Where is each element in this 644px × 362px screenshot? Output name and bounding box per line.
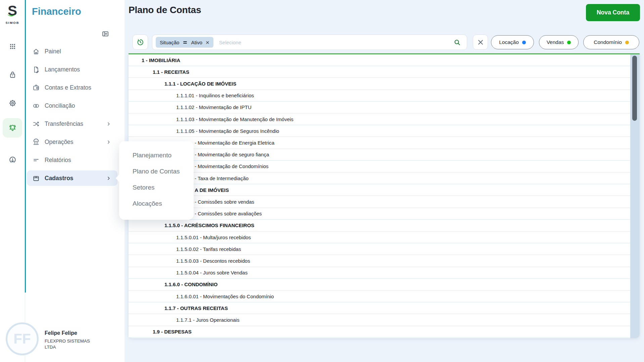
sidebar-item-transferencias[interactable]: Transferências [27, 116, 117, 132]
lock-icon[interactable] [4, 66, 20, 83]
sidebar-item-painel[interactable]: Painel [27, 44, 117, 59]
painel-icon [32, 48, 40, 55]
equals-operator-icon [183, 40, 188, 45]
table-row[interactable]: 1.1.1.03 - Movimentação de Manutenção de… [129, 113, 630, 125]
table-row[interactable]: 1.1 - RECEITAS [129, 66, 630, 78]
filter-chip-remove-icon[interactable]: × [206, 39, 209, 46]
conciliacao-icon [32, 102, 40, 110]
close-icon [477, 38, 485, 46]
account-row-text: 1.1.6.0 - CONDOMÍNIO [129, 281, 217, 287]
filter-pill-condominio[interactable]: Condomínio [583, 35, 639, 49]
settings-gear-icon[interactable] [4, 95, 20, 111]
sidebar-item-cadastros[interactable]: Cadastros [27, 170, 117, 186]
table-row[interactable]: 1.1.6.0 - CONDOMÍNIO [129, 279, 630, 291]
status-dot [567, 41, 571, 44]
account-row-text: 1.1.5.0 - ACRÉSCIMOS FINANCEIROS [129, 222, 254, 228]
table-row[interactable]: 1.1.5.0.04 - Juros sobre Vendas [129, 267, 630, 279]
search-icon[interactable] [453, 38, 461, 47]
status-dot [522, 41, 526, 44]
icon-rail: S SIMOB [0, 0, 25, 362]
table-row[interactable]: - Comissões sobre avaliações [129, 208, 630, 220]
avatar[interactable]: FF [6, 322, 39, 355]
notifications-bell-icon[interactable] [3, 118, 22, 138]
simob-logo-icon: S [5, 3, 20, 20]
app-title: Financeiro [32, 6, 81, 17]
table-row[interactable]: - Movimentação de Energia Eletrica [129, 137, 630, 149]
account-row-text: 1.1.7 - OUTRAS RECEITAS [129, 305, 228, 311]
sidebar-accent-line [25, 0, 26, 293]
filter-pill-locacao[interactable]: Locação [491, 35, 534, 49]
account-row-text: 1.1.1.03 - Movimentação de Manutenção de… [129, 116, 293, 122]
svg-text:S: S [8, 3, 17, 18]
simob-logo: S SIMOB [0, 3, 25, 24]
sidebar-item-label: Painel [45, 48, 61, 55]
sidebar-collapse-button[interactable] [100, 28, 111, 40]
table-row[interactable]: 1.1.5.0 - ACRÉSCIMOS FINANCEIROS [129, 220, 630, 231]
table-row[interactable]: - Movimentação de seguro fiança [129, 149, 630, 161]
account-row-text: 1.1.5.0.01 - Multa/juros recebidos [129, 235, 251, 240]
flyout-item-plano-de-contas[interactable]: Plano de Contas [119, 163, 194, 179]
table-row[interactable]: 1.1.1.02 - Movimentação de IPTU [129, 102, 630, 113]
transferencias-icon [32, 120, 40, 128]
sidebar-item-label: Contas e Extratos [45, 84, 91, 91]
table-row[interactable]: 1 - IMOBILIÁRIA [129, 54, 630, 66]
lancamentos-icon [32, 66, 40, 73]
page-title: Plano de Contas [129, 5, 201, 15]
sidebar-item-relatorios[interactable]: Relatórios [27, 152, 117, 168]
table-row[interactable]: 1.9 - DESPESAS [129, 326, 630, 338]
account-row-text: 1.1.5.0.03 - Descontos recebidos [129, 258, 250, 264]
apps-grid-icon[interactable] [4, 38, 20, 54]
history-reset-button[interactable] [133, 35, 148, 50]
sidebar-item-label: Relatórios [45, 157, 71, 164]
pill-label: Vendas [547, 39, 564, 45]
clear-filters-button[interactable] [473, 35, 488, 50]
sidebar-item-operacoes[interactable]: Operações [27, 134, 117, 150]
table-row[interactable]: 1.1.5.0.02 - Tarifas recebidas [129, 243, 630, 255]
sidebar-item-label: Cadastros [45, 175, 73, 182]
relatorios-icon [32, 156, 40, 164]
table-row[interactable]: A DE IMÓVEIS [129, 184, 630, 196]
table-row[interactable]: 1.1.1.01 - Inquilinos e beneficiários [129, 90, 630, 102]
download-icon[interactable] [4, 152, 20, 168]
sidebar-item-conciliacao[interactable]: Conciliação [27, 98, 117, 113]
sidebar-item-label: Conciliação [45, 102, 75, 109]
user-company: FLEXPRO SISTEMAS LTDA [45, 338, 95, 350]
flyout-item-planejamento[interactable]: Planejamento [119, 147, 194, 163]
operacoes-icon [32, 138, 40, 146]
chevron-right-icon [106, 121, 111, 127]
table-row[interactable]: 1.1.5.0.03 - Descontos recebidos [129, 255, 630, 267]
account-row-text: 1.1.5.0.04 - Juros sobre Vendas [129, 270, 248, 275]
filter-search-input[interactable]: Situação Ativo × Selecione [152, 35, 467, 50]
table-row[interactable]: 1.1.7.1 - Juros Operacionais [129, 314, 630, 326]
table-row[interactable]: - Taxa de Intermediação [129, 172, 630, 184]
simob-logo-text: SIMOB [0, 21, 25, 24]
flyout-item-setores[interactable]: Setores [119, 179, 194, 196]
main-content: Plano de Contas Nova Conta Situação Ativ… [125, 0, 644, 362]
table-row[interactable]: 1.1.1 - LOCAÇÃO DE IMÓVEIS [129, 78, 630, 90]
account-row-text: 1.1.1 - LOCAÇÃO DE IMÓVEIS [129, 81, 236, 87]
cadastros-flyout-menu: PlanejamentoPlano de ContasSetoresAlocaç… [119, 141, 194, 220]
scrollbar-thumb[interactable] [632, 56, 637, 121]
table-row[interactable]: 1.1.5.0.01 - Multa/juros recebidos [129, 231, 630, 243]
filter-chip[interactable]: Situação Ativo × [156, 37, 213, 48]
history-icon [136, 38, 144, 46]
table-row[interactable]: - Movimentação de Condomínios [129, 161, 630, 172]
cadastros-flyout-items: PlanejamentoPlano de ContasSetoresAlocaç… [119, 147, 194, 212]
sidebar-item-contas-e-extratos[interactable]: Contas e Extratos [27, 80, 117, 95]
table-row[interactable]: 1.1.6.0.01 - Movimentações do Condomínio [129, 291, 630, 302]
sidebar-item-label: Transferências [45, 120, 83, 127]
account-row-text: 1.1.5.0.02 - Tarifas recebidas [129, 246, 241, 252]
accounts-table: 1 - IMOBILIÁRIA1.1 - RECEITAS1.1.1 - LOC… [129, 53, 640, 338]
table-row[interactable]: 1.1.7 - OUTRAS RECEITAS [129, 302, 630, 314]
table-row[interactable]: - Comissões sobre vendas [129, 196, 630, 208]
new-account-button[interactable]: Nova Conta [586, 4, 640, 21]
collapse-sidebar-icon [101, 30, 110, 38]
sidebar-item-label: Lançamentos [45, 66, 80, 73]
flyout-item-alocacoes[interactable]: Alocações [119, 196, 194, 212]
app-window: S SIMOB Financeiro PainelLançamentosCont… [0, 0, 644, 362]
filter-pill-vendas[interactable]: Vendas [539, 35, 579, 49]
sidebar-item-lancamentos[interactable]: Lançamentos [27, 62, 117, 77]
table-row[interactable]: 1.1.1.05 - Movimentação de Seguros Incên… [129, 125, 630, 137]
user-name: Felipe Felipe [45, 330, 77, 336]
pill-label: Condomínio [594, 39, 622, 45]
